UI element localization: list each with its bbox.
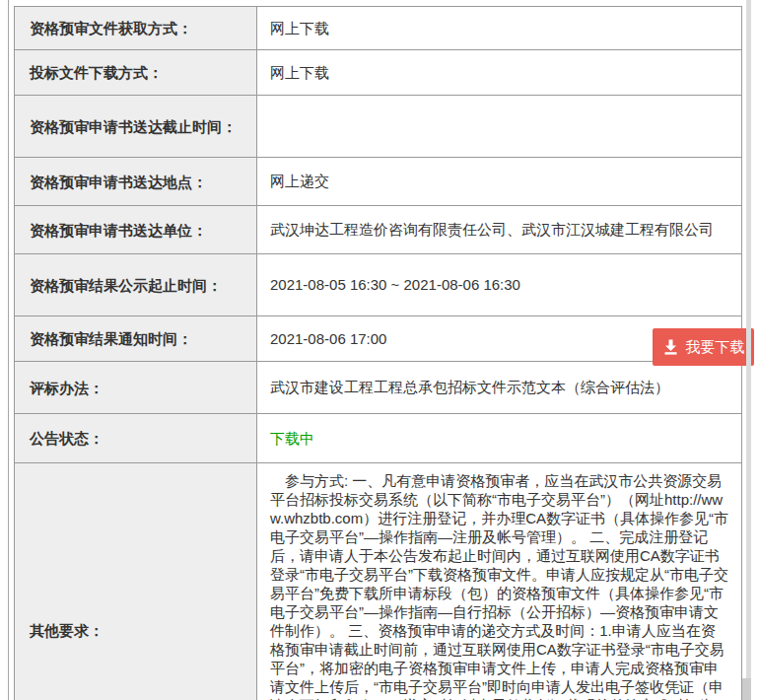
row-value-delivery-place: 网上递交 xyxy=(257,158,742,206)
table-row: 资格预审申请书送达地点： 网上递交 xyxy=(15,158,742,206)
page-left-border xyxy=(8,0,9,700)
table-row: 投标文件下载方式： 网上下载 xyxy=(15,50,742,96)
download-button-label: 我要下载 xyxy=(686,338,745,357)
announcement-page: 资格预审文件获取方式： 网上下载 投标文件下载方式： 网上下载 资格预审申请书送… xyxy=(0,0,759,700)
row-value-other-requirements: 参与方式: 一、凡有意申请资格预审者，应当在武汉市公共资源交易平台招标投标交易系… xyxy=(257,463,742,700)
row-label-delivery-unit: 资格预审申请书送达单位： xyxy=(15,206,257,254)
status-badge-downloading: 下载中 xyxy=(257,414,742,463)
row-value-evaluation-method: 武汉市建设工程工程总承包招标文件示范文本（综合评估法） xyxy=(257,362,742,414)
download-icon xyxy=(662,339,679,355)
row-label-delivery-place: 资格预审申请书送达地点： xyxy=(15,158,257,206)
scrollbar-track[interactable] xyxy=(746,0,751,700)
scrollbar-thumb[interactable] xyxy=(742,678,751,700)
table-row: 评标办法： 武汉市建设工程工程总承包招标文件示范文本（综合评估法） xyxy=(15,362,742,414)
table-row: 资格预审申请书送达截止时间： xyxy=(15,96,742,158)
row-value-result-publicity-period: 2021-08-05 16:30 ~ 2021-08-06 16:30 xyxy=(257,254,742,316)
table-row: 其他要求： 参与方式: 一、凡有意申请资格预审者，应当在武汉市公共资源交易平台招… xyxy=(15,463,742,700)
row-label-other-requirements: 其他要求： xyxy=(15,463,257,700)
row-value-bid-file-download-method: 网上下载 xyxy=(257,50,742,96)
row-label-result-notice-time: 资格预审结果通知时间： xyxy=(15,316,257,362)
download-button[interactable]: 我要下载 xyxy=(653,328,754,366)
table-row: 资格预审结果公示起止时间： 2021-08-05 16:30 ~ 2021-08… xyxy=(15,254,742,316)
row-label-announcement-status: 公告状态： xyxy=(15,414,257,463)
row-value-application-deadline xyxy=(257,96,742,158)
row-label-evaluation-method: 评标办法： xyxy=(15,362,257,414)
pre-qualification-info-table: 资格预审文件获取方式： 网上下载 投标文件下载方式： 网上下载 资格预审申请书送… xyxy=(14,6,742,700)
table-row: 资格预审文件获取方式： 网上下载 xyxy=(15,7,742,50)
row-label-application-deadline: 资格预审申请书送达截止时间： xyxy=(15,96,257,158)
row-label-file-obtain-method: 资格预审文件获取方式： xyxy=(15,7,257,50)
table-row: 公告状态： 下载中 xyxy=(15,414,742,463)
table-row: 资格预审申请书送达单位： 武汉坤达工程造价咨询有限责任公司、武汉市江汉城建工程有… xyxy=(15,206,742,254)
row-label-result-publicity-period: 资格预审结果公示起止时间： xyxy=(15,254,257,316)
table-row: 资格预审结果通知时间： 2021-08-06 17:00 xyxy=(15,316,742,362)
row-value-file-obtain-method: 网上下载 xyxy=(257,7,742,50)
row-label-bid-file-download-method: 投标文件下载方式： xyxy=(15,50,257,96)
row-value-delivery-unit: 武汉坤达工程造价咨询有限责任公司、武汉市江汉城建工程有限公司 xyxy=(257,206,742,254)
